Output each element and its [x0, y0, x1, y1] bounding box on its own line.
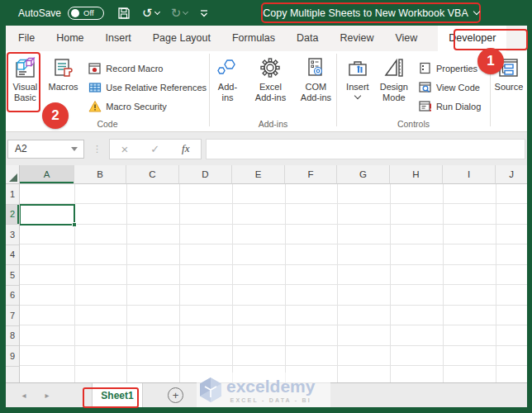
selected-cell-a2[interactable]	[19, 204, 75, 225]
customize-toolbar-icon	[199, 8, 209, 18]
ribbon: Visual Basic Macros	[6, 51, 527, 132]
cancel-button[interactable]: ×	[121, 142, 128, 156]
tab-file[interactable]: File	[7, 26, 45, 51]
view-code-label: View Code	[436, 83, 480, 93]
tab-view[interactable]: View	[384, 26, 428, 51]
worksheet-grid[interactable]	[20, 184, 527, 382]
excel-addins-label-2: Add-ins	[255, 93, 286, 103]
column-header-d[interactable]: D	[179, 165, 232, 184]
row-header-8[interactable]: 8	[6, 326, 19, 347]
autosave-toggle[interactable]: Off	[68, 7, 104, 20]
addins-label-2: ins	[221, 93, 233, 103]
row-header-3[interactable]: 3	[6, 225, 19, 245]
macro-security-button[interactable]: Macro Security	[86, 97, 209, 116]
use-relative-references-label: Use Relative References	[106, 83, 207, 93]
tab-developer[interactable]: Developer	[438, 26, 506, 51]
column-header-j[interactable]: J	[496, 165, 527, 184]
row-header-7[interactable]: 7	[6, 306, 19, 326]
tab-home[interactable]: Home	[45, 26, 94, 51]
source-label: Source	[495, 82, 524, 93]
sheet-tab-sheet1[interactable]: Sheet1	[92, 383, 143, 407]
visual-basic-label-1: Visual	[12, 82, 37, 93]
formula-input[interactable]	[206, 139, 525, 159]
column-header-g[interactable]: G	[337, 165, 390, 184]
watermark-tagline: EXCEL - DATA - BI	[230, 397, 311, 403]
ribbon-group-addins: Add- ins	[210, 51, 336, 131]
redo-button[interactable]: ↻	[171, 0, 188, 26]
tab-page-layout[interactable]: Page Layout	[142, 26, 221, 51]
properties-button[interactable]: Properties	[416, 59, 483, 78]
macros-icon	[52, 56, 75, 79]
insert-function-button[interactable]: fx	[182, 142, 189, 155]
row-header-1[interactable]: 1	[6, 184, 19, 205]
row-header-10-partial[interactable]	[6, 367, 19, 382]
document-title[interactable]: Copy Multiple Sheets to New Workbook VBA	[261, 2, 481, 23]
formula-buttons: × ✓ fx	[109, 139, 202, 159]
row-header-9[interactable]: 9	[6, 346, 19, 367]
view-code-button[interactable]: View Code	[416, 78, 483, 97]
sheet-tab-label: Sheet1	[101, 390, 133, 401]
excel-addins-button[interactable]: Excel Add-ins	[250, 54, 291, 116]
com-addins-button[interactable]: COM Add-ins	[296, 54, 336, 116]
visual-basic-button[interactable]: Visual Basic	[8, 54, 42, 116]
save-button[interactable]	[117, 0, 131, 26]
autosave-state: Off	[83, 8, 94, 17]
properties-label: Properties	[436, 64, 477, 74]
com-addins-label-1: COM	[306, 82, 327, 93]
name-box[interactable]: A2	[7, 140, 84, 159]
excel-addins-icon	[259, 56, 282, 79]
column-header-b[interactable]: B	[74, 165, 126, 184]
design-mode-button[interactable]: Design Mode	[375, 54, 413, 116]
tab-insert[interactable]: Insert	[95, 26, 142, 51]
add-sheet-button[interactable]: +	[168, 387, 183, 403]
prev-sheet-button[interactable]: ◂	[12, 391, 36, 400]
row-header-2[interactable]: 2	[6, 205, 19, 225]
record-macro-icon	[88, 62, 102, 75]
row-header-6[interactable]: 6	[6, 286, 19, 306]
fill-handle[interactable]	[72, 222, 77, 227]
addins-button[interactable]: Add- ins	[210, 54, 245, 116]
insert-dropdown-icon	[354, 93, 361, 99]
frame-border-bottom	[0, 407, 532, 413]
group-label-addins: Add-ins	[210, 119, 336, 129]
column-header-h[interactable]: H	[390, 165, 443, 184]
properties-icon	[419, 62, 432, 75]
column-header-c[interactable]: C	[126, 165, 179, 184]
insert-control-button[interactable]: Insert	[340, 54, 375, 116]
row-header-5[interactable]: 5	[6, 265, 19, 286]
record-macro-button[interactable]: Record Macro	[86, 59, 209, 78]
excel-addins-label-1: Excel	[259, 82, 282, 93]
row-header-4[interactable]: 4	[6, 245, 19, 266]
run-dialog-icon	[419, 100, 432, 113]
undo-button[interactable]: ↺	[142, 0, 159, 26]
enter-button[interactable]: ✓	[150, 143, 159, 155]
com-addins-label-2: Add-ins	[301, 93, 331, 103]
select-all-corner[interactable]	[6, 165, 20, 184]
column-headers: A B C D E F G H I J	[20, 165, 527, 184]
view-code-icon	[419, 81, 432, 94]
design-mode-label-2: Mode	[382, 93, 406, 103]
column-header-i[interactable]: I	[443, 165, 496, 184]
record-macro-label: Record Macro	[106, 64, 163, 74]
formula-bar-grip[interactable]: ⋮	[93, 144, 102, 154]
column-header-f[interactable]: F	[285, 165, 337, 184]
gridline	[126, 184, 127, 382]
run-dialog-button[interactable]: Run Dialog	[416, 97, 483, 116]
use-relative-references-button[interactable]: Use Relative References	[86, 78, 209, 97]
column-header-e[interactable]: E	[232, 165, 285, 184]
tab-data[interactable]: Data	[286, 26, 329, 51]
tab-formulas[interactable]: Formulas	[221, 26, 286, 51]
next-sheet-button[interactable]: ▸	[36, 391, 59, 400]
ribbon-group-code: Visual Basic Macros	[6, 51, 209, 131]
group-label-code: Code	[6, 119, 209, 129]
column-header-a[interactable]: A	[20, 165, 74, 184]
customize-toolbar-button[interactable]	[199, 0, 209, 26]
tab-review[interactable]: Review	[329, 26, 384, 51]
gridline	[496, 184, 496, 382]
formula-bar: A2 ⋮ × ✓ fx	[6, 132, 527, 165]
document-title-text: Copy Multiple Sheets to New Workbook VBA	[263, 7, 468, 19]
frame-border-left	[0, 0, 6, 413]
gridline	[285, 184, 286, 382]
frame-border-right	[527, 0, 532, 413]
design-mode-icon	[382, 56, 406, 79]
